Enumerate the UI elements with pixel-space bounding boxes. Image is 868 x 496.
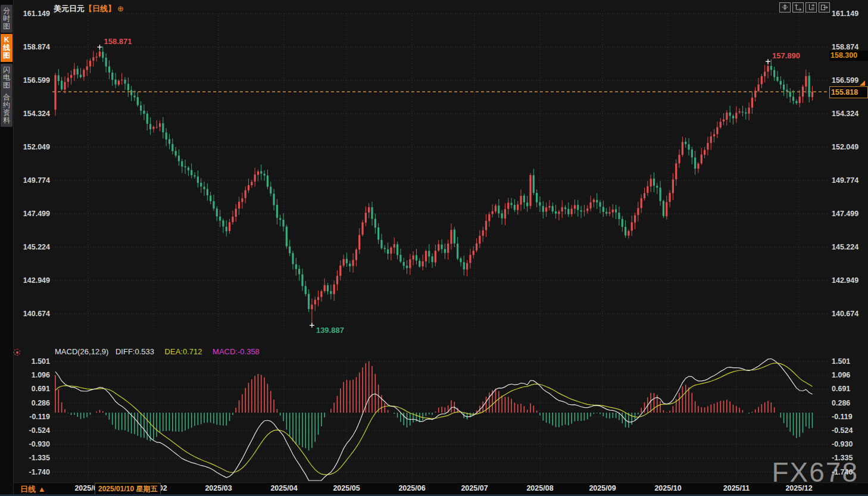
price-tick-right: 154.324 (832, 109, 858, 118)
last-price-label: 155.818 (829, 86, 868, 98)
month-label-2025-03: 2025/03 (205, 484, 232, 492)
month-label-2025-05: 2025/05 (333, 484, 360, 492)
macd-tick-right: -0.119 (832, 412, 853, 422)
period-button[interactable]: 日线 ▲ (20, 484, 46, 495)
symbol-title: 美元日元 (54, 4, 85, 13)
macd-value: MACD:-0.358 (213, 347, 260, 356)
chart-header: 美元日元【日线】⊕ (54, 4, 124, 14)
macd-diff-value: DIFF:0.533 (115, 347, 154, 356)
macd-tick-right: 0.691 (832, 384, 850, 394)
macd-tick-right: 0.286 (832, 398, 850, 408)
crosshair-icon[interactable] (779, 2, 791, 13)
axis-scale-left-icon[interactable] (792, 2, 804, 13)
month-label-2025-09: 2025/09 (589, 484, 616, 492)
latest-price-arrow-icon[interactable] (860, 80, 865, 86)
up-triangle-icon: ▲ (38, 485, 46, 494)
sidebar: 分时图K线图闪电图合约资料 (0, 0, 14, 496)
toolbar (779, 2, 830, 13)
price-tick-right: 147.499 (832, 209, 858, 219)
month-label-2025-10: 2025/10 (654, 484, 681, 492)
macd-tick-right: 1.501 (832, 357, 850, 366)
sidebar-tab-4[interactable]: 合约资料 (1, 91, 13, 127)
macd-tick-right: -0.524 (832, 426, 853, 435)
month-label-2025-07: 2025/07 (461, 484, 488, 492)
price-tick-right: 156.599 (832, 76, 858, 85)
price-tick-right: 140.674 (832, 309, 858, 319)
price-tick-right: 152.049 (832, 142, 858, 152)
macd-tick-right: -1.335 (832, 453, 853, 463)
trading-app: { "header": { "title": "美元日元", "period_t… (0, 0, 868, 496)
price-tick-right: 161.149 (832, 9, 858, 18)
price-tick-right: 149.774 (832, 176, 858, 185)
macd-tick-right: -1.740 (832, 467, 853, 477)
x-axis-bar: 日线 ▲ 2025/01/10 星期五 2025/012025/022025/0… (0, 482, 868, 495)
macd-tick-right: 1.096 (832, 370, 850, 380)
sidebar-tab-1[interactable]: 分时图 (1, 5, 13, 33)
period-tag: 【日线】 (85, 4, 115, 13)
month-label-2025-04: 2025/04 (270, 484, 297, 492)
annotation-158.871: 158.871 (104, 37, 132, 46)
sidebar-tab-3[interactable]: 闪电图 (1, 64, 13, 92)
price-tick-right: 142.949 (832, 276, 858, 285)
chart-settings-icon[interactable]: ⊕ (117, 4, 124, 13)
macd-formula: MACD(26,12,9) (55, 347, 108, 356)
macd-tick-right: -0.930 (832, 439, 853, 449)
sidebar-tab-2[interactable]: K线图 (1, 34, 13, 62)
pan-to-latest-icon[interactable] (819, 2, 830, 13)
month-label-2025-11: 2025/11 (723, 484, 750, 492)
macd-settings-icon[interactable] (14, 349, 20, 355)
macd-header: MACD(26,12,9) DIFF:0.533 DEA:0.712 MACD:… (55, 347, 260, 356)
date-tooltip: 2025/01/10 星期五 (95, 483, 161, 495)
month-label-2025-06: 2025/06 (398, 484, 425, 492)
reference-price-label: 158.300 (829, 51, 868, 61)
chart-canvas[interactable]: 158.871157.890139.887 (0, 0, 868, 496)
month-label-2025-12: 2025/12 (785, 484, 812, 492)
axis-scale-right-icon[interactable] (805, 2, 817, 13)
annotation-157.890: 157.890 (772, 51, 800, 60)
price-tick-right: 145.224 (832, 242, 858, 252)
month-label-2025-08: 2025/08 (526, 484, 553, 492)
macd-dea-value: DEA:0.712 (165, 347, 202, 356)
annotation-139.887: 139.887 (316, 326, 344, 335)
